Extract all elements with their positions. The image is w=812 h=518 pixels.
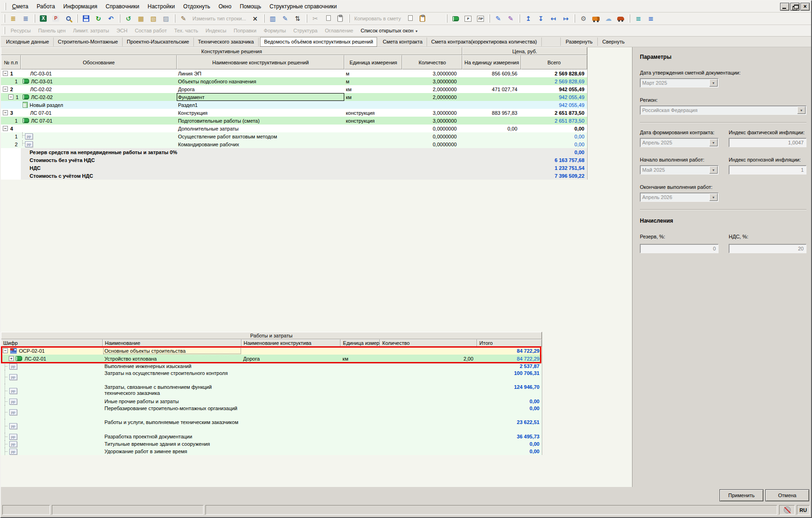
layers-teal-icon[interactable]: ≡ — [632, 13, 644, 24]
bottom-table-row[interactable]: ppРаботы и услуги, выполняемые техническ… — [1, 419, 542, 433]
top-table-row[interactable]: 1ppОсуществление работ вахтовым методом0… — [1, 132, 587, 140]
expand-toggle-icon[interactable]: − — [3, 87, 8, 92]
pp-icon[interactable]: pp — [9, 441, 17, 447]
toolbar-grip[interactable] — [4, 14, 5, 23]
bottom-column-header-6[interactable]: Итого — [477, 339, 542, 347]
bottom-table-row[interactable]: ppЗатраты на осуществление строительного… — [1, 370, 542, 384]
sort-rows-icon[interactable]: ⇅ — [292, 13, 304, 24]
toolbar-grip[interactable] — [76, 14, 78, 23]
menu-item-2[interactable]: Работа — [32, 2, 59, 11]
toolbar-grip[interactable] — [348, 14, 350, 23]
region-dropdown[interactable]: ▼ — [797, 106, 806, 114]
edit-list-icon[interactable]: ✎ — [492, 13, 504, 24]
top-column-header-6[interactable]: На единицу измерения — [462, 55, 521, 69]
tab-5[interactable]: Ведомость объёмов конструктивных решений — [260, 37, 378, 47]
paste-document-icon[interactable] — [416, 13, 428, 24]
bottom-table-row[interactable]: ppУдорожание работ в зимнее время0,00 — [1, 448, 542, 455]
apply-button[interactable]: Применить — [719, 489, 763, 501]
menu-item-6[interactable]: Отдохнуть — [179, 2, 214, 11]
menu-item-4[interactable]: Справочники — [101, 2, 143, 11]
top-column-header-4[interactable]: Единица измерения — [344, 55, 402, 69]
restore-button[interactable] — [790, 3, 800, 11]
edit-position-icon[interactable]: ✎ — [178, 13, 189, 24]
collapse-all-button[interactable]: Свернуть — [597, 37, 629, 46]
toolbar-grip[interactable] — [174, 14, 175, 23]
layers-blue-icon[interactable]: ≡ — [645, 13, 657, 24]
prices-pr-icon[interactable]: ПР — [475, 13, 486, 24]
edit-table-icon[interactable]: ✎ — [279, 13, 291, 24]
reserve-field[interactable]: 0 — [640, 244, 719, 253]
top-table-row[interactable]: −4Дополнительные затраты0,00000000,000,0… — [1, 125, 587, 132]
work-end-combo[interactable]: Апрель 2026 ▼ — [640, 193, 719, 202]
pp-icon[interactable]: pp — [9, 399, 17, 405]
truck-icon[interactable] — [590, 13, 601, 24]
work-start-combo[interactable]: Май 2025 ▼ — [640, 165, 719, 175]
pp-icon[interactable]: pp — [9, 409, 17, 415]
save-icon[interactable] — [80, 13, 92, 24]
export-excel-icon[interactable]: X — [37, 13, 49, 24]
actual-inflation-field[interactable]: 1,0047 — [729, 138, 806, 147]
top-table-row[interactable]: 2ppКомандирование рабочих0,00000000,00 — [1, 140, 587, 148]
level-left-icon[interactable]: ↤ — [547, 13, 559, 24]
selected-cell[interactable]: Фундамент — [177, 93, 345, 101]
bottom-column-header-3[interactable]: Наименование конструктива — [242, 339, 341, 347]
menu-item-8[interactable]: Помощь — [236, 2, 265, 11]
language-indicator[interactable]: RU — [797, 505, 810, 515]
tab-1[interactable]: Исходные данные — [2, 37, 54, 46]
pp-icon[interactable]: pp — [9, 434, 17, 440]
bottom-column-header-2[interactable]: Наименование — [103, 339, 242, 347]
search-icon[interactable] — [62, 13, 74, 24]
top-column-header-2[interactable]: Обоснование — [21, 55, 177, 69]
toolbar-grip[interactable] — [519, 14, 520, 23]
cancel-button[interactable]: Отмена — [765, 489, 809, 501]
top-table-row[interactable]: −2ЛС-02-02Дорогакм2,0000000471 027,74942… — [1, 85, 587, 93]
top-column-header-7[interactable]: Всего — [521, 55, 587, 69]
expand-toggle-icon[interactable]: − — [3, 348, 8, 353]
menu-item-3[interactable]: Информация — [59, 2, 101, 11]
edit-list-remove-icon[interactable]: ✎ — [505, 13, 516, 24]
recalc-estimate-icon[interactable]: ↺ — [123, 13, 134, 24]
toolbar-grip[interactable] — [489, 14, 490, 23]
open-windows-button[interactable]: Список открытых окон▼ — [357, 26, 421, 35]
bottom-column-header-5[interactable]: Количество — [380, 339, 477, 347]
work-end-dropdown[interactable]: ▼ — [709, 193, 718, 201]
tools-icon[interactable]: ⚙ — [577, 13, 589, 24]
car-icon[interactable] — [615, 13, 626, 24]
pp-icon[interactable]: pp — [25, 133, 33, 139]
pp-icon[interactable]: pp — [25, 141, 33, 147]
close-button[interactable]: × — [800, 3, 810, 11]
outline-insert-icon[interactable]: ≣ — [20, 13, 31, 24]
bottom-table-row[interactable]: ppЗатраты, связанные с выполнением функц… — [1, 384, 542, 398]
tab-7[interactable]: Смета контракта(корректировка количества… — [427, 37, 541, 46]
contract-date-dropdown[interactable]: ▼ — [709, 139, 718, 146]
bottom-table-row[interactable]: ppВыполнение инженерных изысканий2 537,8… — [1, 362, 542, 370]
expand-toggle-icon[interactable]: − — [3, 126, 8, 131]
toolbar-grip[interactable] — [574, 14, 575, 23]
top-column-header-1[interactable]: № п.п — [1, 55, 21, 69]
minimize-button[interactable] — [780, 3, 789, 11]
top-table-row[interactable]: 1ЛС 07-01Подготовительные работы (смета)… — [1, 117, 587, 125]
pp-icon[interactable]: pp — [9, 423, 17, 429]
menu-item-7[interactable]: Окно — [214, 2, 236, 11]
cloud-icon[interactable]: ☁ — [602, 13, 614, 24]
toolbar-grip[interactable] — [34, 14, 35, 23]
tab-2[interactable]: Строительно-Монтажные — [54, 37, 123, 46]
focused-cell[interactable]: Основные объекты строительства — [103, 347, 242, 355]
region-combo[interactable]: Российская Федерация ▼ — [640, 106, 806, 115]
prices-p-icon[interactable]: Р — [462, 13, 474, 24]
toolbar-grip[interactable] — [446, 14, 447, 23]
tab-6[interactable]: Смета контракта — [378, 37, 427, 46]
bottom-table-row[interactable]: ppТитульные временные здания и сооружени… — [1, 440, 542, 448]
expand-toggle-icon[interactable]: − — [3, 110, 8, 115]
top-column-header-5[interactable]: Количество — [402, 55, 462, 69]
tab-3[interactable]: Проектно-Изыскательские — [123, 37, 194, 46]
approval-date-dropdown[interactable]: ▼ — [709, 79, 718, 87]
level-right-icon[interactable]: ↦ — [560, 13, 571, 24]
pp-icon[interactable]: pp — [9, 363, 17, 369]
pp-icon[interactable]: pp — [9, 449, 17, 455]
bottom-table-row[interactable]: −ОСР-02-01Основные объекты строительства… — [1, 347, 542, 355]
top-table-row[interactable]: −3ЛС 07-01Конструкцияконструкция3,000000… — [1, 109, 587, 117]
normative-base-icon[interactable] — [450, 13, 461, 24]
approval-date-combo[interactable]: Март 2025 ▼ — [640, 78, 719, 87]
level-down-icon[interactable]: ↧ — [535, 13, 546, 24]
